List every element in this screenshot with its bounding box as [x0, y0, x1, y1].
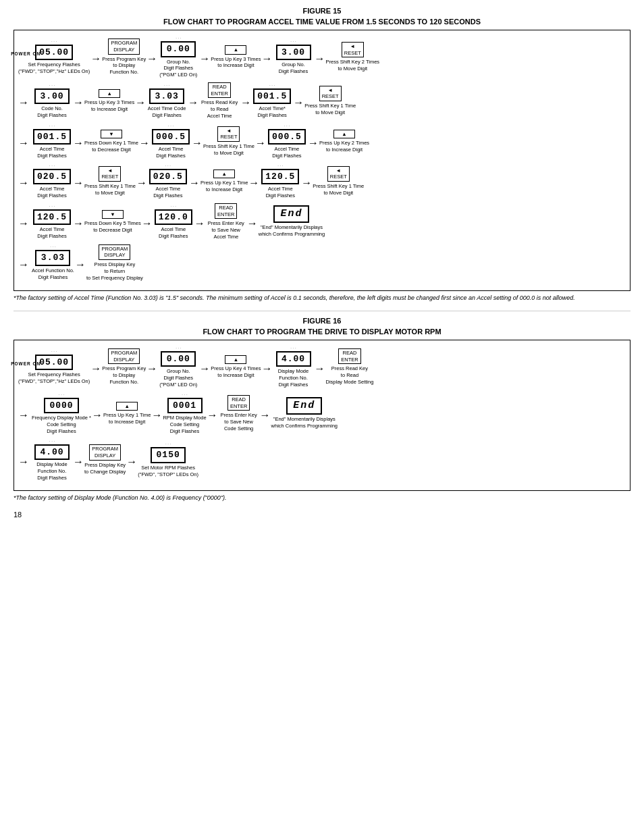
flow-row: →· · ·3.00Code No. Digit Flashes→▲Press …: [18, 82, 626, 120]
lcd-display: 0.00: [161, 351, 196, 367]
key-button[interactable]: ◄ RESET: [99, 166, 121, 182]
key-button[interactable]: READ ENTER: [215, 203, 237, 219]
flow-arrow: →: [248, 178, 259, 188]
flow-arrow: →: [73, 138, 84, 149]
flow-cell: ▼Press Down Key 5 Times to Decrease Digi…: [84, 210, 141, 234]
flow-cell: ▲Press Up Key 4 Times to Increase Digit: [211, 355, 261, 379]
key-button[interactable]: ▼: [101, 130, 122, 139]
caption: Press Down Key 1 Time to Decrease Digit: [84, 140, 138, 153]
flow-arrow: →: [207, 410, 218, 421]
caption: Press Shift Key 2 Times to Move Digit: [326, 59, 380, 72]
flow-arrow: →: [73, 178, 84, 188]
caption: RPM Display Mode Code Setting Digit Flas…: [163, 415, 206, 434]
flow-cell: · · ·020.5Accel Time Digit Flashes: [32, 163, 72, 199]
figure-title: FIGURE 16: [14, 317, 630, 325]
caption: Press Up Key 3 Times to Increase Digit: [211, 56, 261, 70]
flow-arrow: →: [90, 53, 101, 64]
key-button[interactable]: READ ENTER: [208, 82, 230, 99]
flow-cell: · · ·0001RPM Display Mode Code Setting D…: [163, 392, 206, 435]
flow-arrow: →: [189, 178, 200, 188]
caption: Press Program Key to Display Function No…: [102, 365, 146, 385]
key-button[interactable]: READ ENTER: [227, 395, 250, 411]
flow-cell: · · ·0000Frequency Display Mode * Code S…: [32, 392, 91, 435]
caption: Group No. Digit Flashes ("PGM" LED On): [159, 59, 197, 78]
key-button[interactable]: ▲: [225, 45, 246, 55]
key-button[interactable]: ◄ RESET: [327, 166, 350, 182]
key-button[interactable]: PROGRAM DISPLAY: [108, 38, 140, 55]
indent-arrow: →: [18, 456, 29, 468]
key-button[interactable]: PROGRAM DISPLAY: [89, 444, 121, 461]
lcd-display: 120.0: [155, 209, 192, 226]
footnote: *The factory setting of Display Mode (Fu…: [14, 494, 630, 502]
figure-section: FIGURE 16FLOW CHART TO PROGRAM THE DRIVE…: [14, 317, 630, 502]
flow-cell: PROGRAM DISPLAYPress Display Key to Chan…: [84, 444, 126, 475]
flow-cell: ▲Press Up Key 1 Time to Increase Digit: [200, 170, 248, 193]
flow-row: →· · ·0000Frequency Display Mode * Code …: [18, 392, 626, 435]
flow-cell: ◄ RESETPress Shift Key 1 Time to Move Di…: [313, 166, 364, 197]
flow-cell: · · ·0.00Group No. Digit Flashes ("PGM" …: [158, 36, 198, 78]
lcd-display: 000.5: [268, 129, 306, 145]
key-button[interactable]: PROGRAM DISPLAY: [99, 244, 130, 261]
flow-arrow: →: [192, 138, 203, 149]
caption: Press Shift Key 1 Time to Move Digit: [203, 143, 254, 157]
lcd-display: 3.03: [35, 250, 70, 266]
caption: Press Up Key 2 Times to Increase Digit: [319, 140, 369, 153]
flow-row: →· · ·3.03Accel Function No. Digit Flash…: [18, 244, 626, 282]
key-button[interactable]: ◄ RESET: [217, 126, 240, 142]
caption: "End" Momentarily Displays which Confirm…: [259, 224, 325, 238]
lcd-display: 020.5: [149, 169, 187, 185]
key-button[interactable]: ▲: [99, 89, 120, 99]
flow-row: →· · ·020.5Accel Time Digit Flashes→◄ RE…: [18, 163, 626, 199]
caption: Accel Time Digit Flashes: [37, 146, 66, 159]
flow-cell: · · ·000.5Accel Time Digit Flashes: [151, 124, 191, 159]
caption: Press Up Key 1 Time to Increase Digit: [103, 412, 151, 425]
flow-row: →· · ·4.00Display Mode Function No. Digi…: [18, 439, 626, 481]
lcd-display: 000.5: [152, 129, 190, 145]
key-button[interactable]: READ ENTER: [338, 348, 360, 365]
key-button[interactable]: ▲: [333, 130, 355, 139]
flow-cell: READ ENTERPress Enter Key to Save New Co…: [219, 395, 259, 432]
key-button[interactable]: ▲: [225, 355, 246, 365]
caption: Press Up Key 1 Time to Increase Digit: [200, 180, 248, 193]
key-button[interactable]: PROGRAM DISPLAY: [108, 348, 140, 365]
caption: Accel Time Digit Flashes: [272, 146, 301, 159]
flow-arrow: →: [247, 218, 258, 229]
flow-cell: End"End" Momentarily Displays which Conf…: [271, 397, 338, 429]
flow-arrow: →: [92, 410, 103, 421]
flow-arrow: →: [308, 138, 319, 149]
flow-cell: · · ·3.03Accel Time Code Digit Flashes: [146, 83, 187, 119]
flow-cell: PROGRAM DISPLAYPress Display Key to Retu…: [86, 244, 143, 282]
caption: Group No. Digit Flashes ("PGM" LED On): [159, 368, 197, 388]
caption: Set Motor RPM Flashes ("FWD", "STOP" LED…: [138, 465, 198, 478]
lcd-display: 001.5: [253, 88, 291, 105]
flow-arrow: →: [301, 178, 312, 188]
indent-arrow: →: [18, 97, 29, 109]
page-content: FIGURE 15FLOW CHART TO PROGRAM ACCEL TIM…: [14, 7, 630, 519]
flow-cell: · · ·4.00Display Mode Function No. Digit…: [32, 439, 72, 481]
flow-arrow: →: [73, 457, 84, 467]
flow-arrow: →: [146, 363, 157, 374]
key-button[interactable]: ▼: [102, 210, 124, 219]
caption: Frequency Display Mode * Code Setting Di…: [32, 415, 91, 434]
flow-cell: End"End" Momentarily Displays which Conf…: [259, 205, 325, 238]
flow-cell: · · ·0150Set Motor RPM Flashes ("FWD", "…: [138, 442, 198, 477]
lcd-display: 3.00: [276, 45, 311, 61]
flow-cell: ◄ RESETPress Shift Key 1 Time to Move Di…: [203, 126, 254, 157]
key-button[interactable]: ◄ RESET: [319, 86, 342, 102]
key-button[interactable]: ◄ RESET: [342, 42, 364, 58]
flow-cell: ◄ RESETPress Shift Key 2 Times to Move D…: [326, 42, 380, 72]
lcd-display: 3.00: [34, 88, 70, 105]
flow-cell: ◄ RESETPress Shift Key 1 Time to Move Di…: [304, 86, 356, 116]
caption: Accel Function No. Digit Flashes: [32, 267, 74, 281]
lcd-display: 0150: [151, 447, 186, 463]
caption: Accel Time Digit Flashes: [156, 146, 185, 159]
flow-cell: · · ·3.00Code No. Digit Flashes: [32, 83, 72, 119]
page-number: 18: [14, 511, 630, 519]
caption: Accel Time* Digit Flashes: [258, 105, 287, 119]
caption: Press Up Key 3 Times to Increase Digit: [84, 99, 134, 113]
key-button[interactable]: ▲: [213, 170, 235, 179]
key-button[interactable]: ▲: [116, 402, 138, 411]
flow-arrow: →: [240, 97, 251, 108]
figure-subtitle: FLOW CHART TO PROGRAM ACCEL TIME VALUE F…: [14, 18, 630, 26]
lcd-display: 0001: [167, 398, 203, 414]
